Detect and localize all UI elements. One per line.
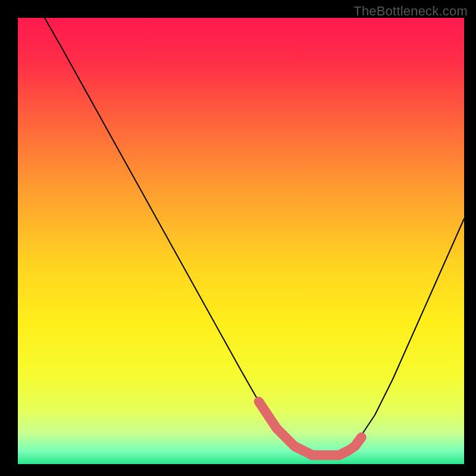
plot-area (18, 18, 464, 467)
highlight-segment (259, 402, 362, 455)
chart-frame: TheBottleneck.com (0, 0, 476, 476)
bottleneck-curve (45, 18, 464, 455)
curve-layer (18, 18, 464, 464)
attribution-label: TheBottleneck.com (353, 4, 468, 19)
